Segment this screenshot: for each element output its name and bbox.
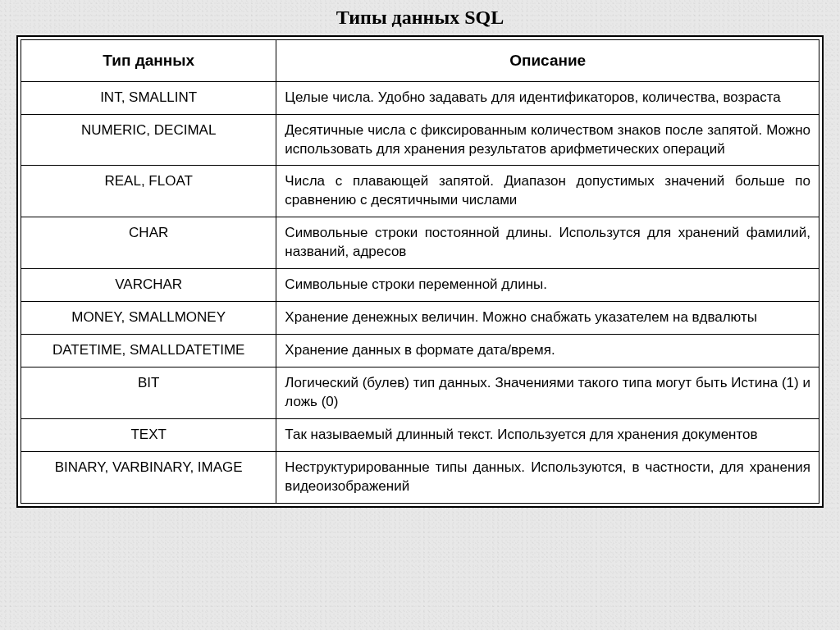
table-row: INT, SMALLINT Целые числа. Удобно задава… <box>21 81 819 114</box>
table-row: CHAR Символьные строки постоянной длины.… <box>21 217 819 269</box>
table-row: TEXT Так называемый длинный текст. Испол… <box>21 418 819 451</box>
cell-type: TEXT <box>21 418 276 451</box>
cell-type: INT, SMALLINT <box>21 81 276 114</box>
cell-description: Так называемый длинный текст. Использует… <box>276 418 819 451</box>
cell-description: Хранение денежных величин. Можно снабжат… <box>276 302 819 335</box>
cell-description: Хранение данных в формате дата/время. <box>276 335 819 368</box>
cell-type: BIT <box>21 368 276 419</box>
cell-description: Числа с плавающей запятой. Диапазон допу… <box>276 166 819 217</box>
cell-type: DATETIME, SMALLDATETIME <box>21 335 276 368</box>
cell-description: Целые числа. Удобно задавать для идентиф… <box>276 81 819 114</box>
cell-type: NUMERIC, DECIMAL <box>21 114 276 166</box>
cell-type: BINARY, VARBINARY, IMAGE <box>21 451 276 503</box>
cell-description: Десятичные числа с фиксированным количес… <box>276 114 819 166</box>
cell-type: VARCHAR <box>21 269 276 302</box>
col-header-type: Тип данных <box>21 40 276 82</box>
table-row: NUMERIC, DECIMAL Десятичные числа с фикс… <box>21 114 819 166</box>
table-frame: Тип данных Описание INT, SMALLINT Целые … <box>16 35 824 508</box>
col-header-description: Описание <box>276 40 819 82</box>
cell-type: MONEY, SMALLMONEY <box>21 302 276 335</box>
cell-description: Неструктурированные типы данных. Использ… <box>276 451 819 503</box>
table-row: MONEY, SMALLMONEY Хранение денежных вели… <box>21 302 819 335</box>
cell-type: REAL, FLOAT <box>21 166 276 217</box>
page-title: Типы данных SQL <box>16 7 824 29</box>
cell-description: Символьные строки переменной длины. <box>276 269 819 302</box>
sql-types-table: Тип данных Описание INT, SMALLINT Целые … <box>21 39 819 504</box>
table-row: DATETIME, SMALLDATETIME Хранение данных … <box>21 335 819 368</box>
page: Типы данных SQL Тип данных Описание INT,… <box>0 0 840 630</box>
table-row: VARCHAR Символьные строки переменной дли… <box>21 269 819 302</box>
cell-description: Логический (булев) тип данных. Значениям… <box>276 368 819 419</box>
cell-description: Символьные строки постоянной длины. Испо… <box>276 217 819 269</box>
table-row: REAL, FLOAT Числа с плавающей запятой. Д… <box>21 166 819 217</box>
table-header-row: Тип данных Описание <box>21 40 819 82</box>
table-row: BIT Логический (булев) тип данных. Значе… <box>21 368 819 419</box>
table-row: BINARY, VARBINARY, IMAGE Неструктурирова… <box>21 451 819 503</box>
cell-type: CHAR <box>21 217 276 269</box>
